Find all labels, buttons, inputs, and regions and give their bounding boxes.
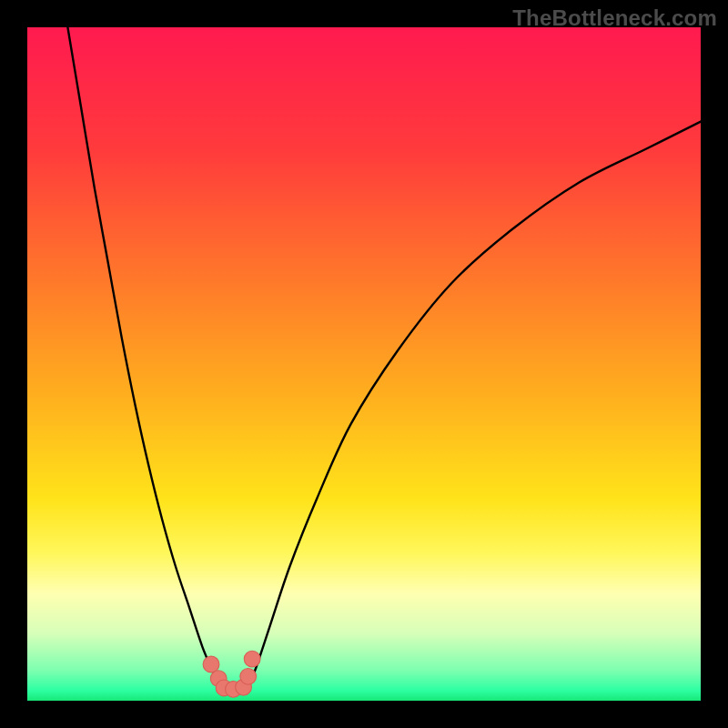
valley-marker [240, 668, 257, 684]
chart-frame: TheBottleneck.com [0, 0, 728, 728]
bottleneck-chart [27, 27, 701, 701]
valley-marker [244, 651, 260, 667]
gradient-background [27, 27, 701, 701]
valley-marker [203, 656, 219, 672]
plot-area [27, 27, 701, 701]
